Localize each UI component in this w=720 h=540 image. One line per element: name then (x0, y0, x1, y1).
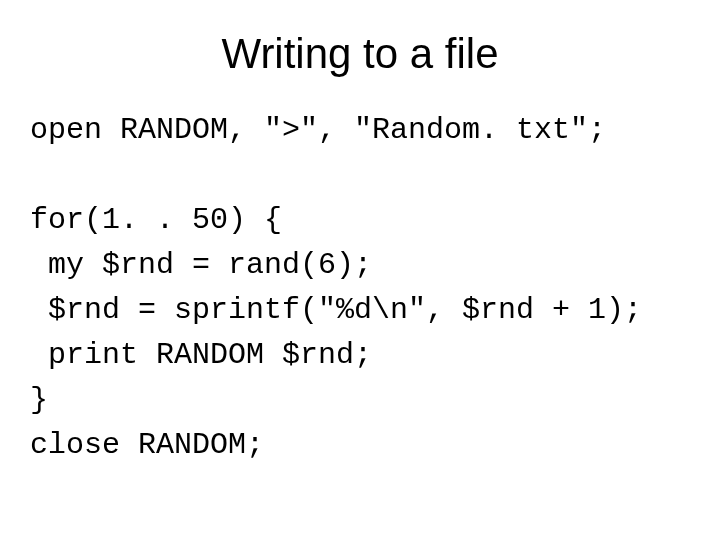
code-line: $rnd = sprintf("%d\n", $rnd + 1); (30, 293, 642, 327)
code-line: my $rnd = rand(6); (30, 248, 372, 282)
slide: Writing to a file open RANDOM, ">", "Ran… (0, 0, 720, 540)
code-line: for(1. . 50) { (30, 203, 282, 237)
code-line: open RANDOM, ">", "Random. txt"; (30, 113, 606, 147)
code-line: close RANDOM; (30, 428, 264, 462)
code-block: open RANDOM, ">", "Random. txt"; for(1. … (30, 108, 690, 468)
code-line: } (30, 383, 48, 417)
slide-title: Writing to a file (30, 30, 690, 78)
code-line: print RANDOM $rnd; (30, 338, 372, 372)
